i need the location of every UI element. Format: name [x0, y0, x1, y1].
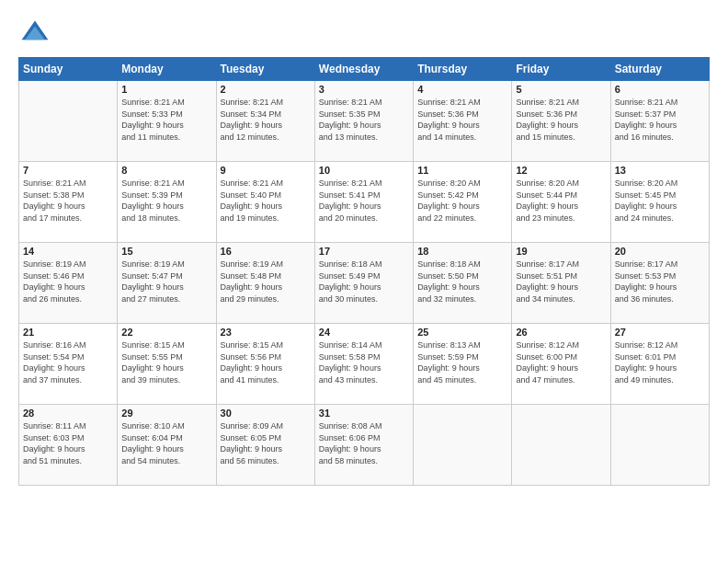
day-info: Sunrise: 8:21 AMSunset: 5:41 PMDaylight:…	[319, 178, 409, 224]
day-info: Sunrise: 8:21 AMSunset: 5:33 PMDaylight:…	[121, 97, 211, 143]
week-row-4: 21Sunrise: 8:16 AMSunset: 5:54 PMDayligh…	[19, 324, 710, 405]
calendar-table: SundayMondayTuesdayWednesdayThursdayFrid…	[18, 57, 710, 486]
day-info: Sunrise: 8:20 AMSunset: 5:45 PMDaylight:…	[615, 178, 705, 224]
day-number: 5	[516, 84, 606, 95]
day-info: Sunrise: 8:19 AMSunset: 5:48 PMDaylight:…	[221, 259, 311, 304]
day-info: Sunrise: 8:21 AMSunset: 5:38 PMDaylight:…	[23, 178, 113, 224]
week-row-1: 1Sunrise: 8:21 AMSunset: 5:33 PMDaylight…	[19, 81, 710, 162]
week-row-5: 28Sunrise: 8:11 AMSunset: 6:03 PMDayligh…	[19, 405, 710, 486]
day-info: Sunrise: 8:18 AMSunset: 5:49 PMDaylight:…	[319, 259, 409, 304]
day-info: Sunrise: 8:10 AMSunset: 6:04 PMDaylight:…	[121, 420, 211, 466]
day-number: 28	[23, 408, 113, 419]
col-header-sunday: Sunday	[19, 58, 118, 81]
calendar-cell: 3Sunrise: 8:21 AMSunset: 5:35 PMDaylight…	[314, 81, 413, 162]
day-number: 30	[221, 408, 311, 419]
day-number: 10	[319, 165, 409, 176]
day-number: 19	[516, 246, 606, 257]
col-header-tuesday: Tuesday	[216, 58, 314, 81]
calendar-cell: 29Sunrise: 8:10 AMSunset: 6:04 PMDayligh…	[118, 405, 216, 486]
calendar-cell: 22Sunrise: 8:15 AMSunset: 5:55 PMDayligh…	[118, 324, 216, 405]
day-number: 18	[417, 246, 507, 257]
day-number: 25	[417, 327, 507, 338]
calendar-cell: 12Sunrise: 8:20 AMSunset: 5:44 PMDayligh…	[512, 162, 610, 243]
day-info: Sunrise: 8:17 AMSunset: 5:53 PMDaylight:…	[615, 259, 705, 304]
day-info: Sunrise: 8:12 AMSunset: 6:01 PMDaylight:…	[615, 339, 705, 385]
day-info: Sunrise: 8:21 AMSunset: 5:36 PMDaylight:…	[516, 97, 606, 143]
col-header-saturday: Saturday	[610, 58, 709, 81]
calendar-cell	[414, 405, 512, 486]
week-row-2: 7Sunrise: 8:21 AMSunset: 5:38 PMDaylight…	[19, 162, 710, 243]
day-info: Sunrise: 8:21 AMSunset: 5:34 PMDaylight:…	[221, 97, 311, 143]
day-info: Sunrise: 8:15 AMSunset: 5:56 PMDaylight:…	[221, 339, 311, 385]
day-number: 13	[615, 165, 705, 176]
day-info: Sunrise: 8:19 AMSunset: 5:47 PMDaylight:…	[121, 259, 211, 304]
day-info: Sunrise: 8:15 AMSunset: 5:55 PMDaylight:…	[121, 339, 211, 385]
day-number: 11	[417, 165, 507, 176]
calendar-cell: 6Sunrise: 8:21 AMSunset: 5:37 PMDaylight…	[610, 81, 709, 162]
day-number: 1	[121, 84, 211, 95]
day-number: 4	[417, 84, 507, 95]
calendar-cell: 17Sunrise: 8:18 AMSunset: 5:49 PMDayligh…	[314, 243, 413, 324]
day-info: Sunrise: 8:20 AMSunset: 5:42 PMDaylight:…	[417, 178, 507, 224]
day-info: Sunrise: 8:09 AMSunset: 6:05 PMDaylight:…	[221, 420, 311, 466]
day-info: Sunrise: 8:18 AMSunset: 5:50 PMDaylight:…	[417, 259, 507, 304]
calendar-cell	[19, 81, 118, 162]
calendar-cell: 20Sunrise: 8:17 AMSunset: 5:53 PMDayligh…	[610, 243, 709, 324]
day-info: Sunrise: 8:21 AMSunset: 5:37 PMDaylight:…	[615, 97, 705, 143]
day-number: 7	[23, 165, 113, 176]
day-number: 23	[221, 327, 311, 338]
calendar-cell	[610, 405, 709, 486]
calendar-cell: 5Sunrise: 8:21 AMSunset: 5:36 PMDaylight…	[512, 81, 610, 162]
calendar-cell: 30Sunrise: 8:09 AMSunset: 6:05 PMDayligh…	[216, 405, 314, 486]
calendar-cell: 4Sunrise: 8:21 AMSunset: 5:36 PMDaylight…	[414, 81, 512, 162]
calendar-cell: 28Sunrise: 8:11 AMSunset: 6:03 PMDayligh…	[19, 405, 118, 486]
day-number: 2	[221, 84, 311, 95]
calendar-cell: 21Sunrise: 8:16 AMSunset: 5:54 PMDayligh…	[19, 324, 118, 405]
header	[18, 17, 710, 50]
calendar-cell: 8Sunrise: 8:21 AMSunset: 5:39 PMDaylight…	[118, 162, 216, 243]
day-info: Sunrise: 8:13 AMSunset: 5:59 PMDaylight:…	[417, 339, 507, 385]
day-info: Sunrise: 8:16 AMSunset: 5:54 PMDaylight:…	[23, 339, 113, 385]
header-row: SundayMondayTuesdayWednesdayThursdayFrid…	[19, 58, 710, 81]
calendar-cell: 18Sunrise: 8:18 AMSunset: 5:50 PMDayligh…	[414, 243, 512, 324]
col-header-wednesday: Wednesday	[314, 58, 413, 81]
day-number: 14	[23, 246, 113, 257]
day-info: Sunrise: 8:21 AMSunset: 5:40 PMDaylight:…	[221, 178, 311, 224]
day-number: 3	[319, 84, 409, 95]
calendar-cell: 2Sunrise: 8:21 AMSunset: 5:34 PMDaylight…	[216, 81, 314, 162]
day-info: Sunrise: 8:19 AMSunset: 5:46 PMDaylight:…	[23, 259, 113, 304]
calendar-cell: 23Sunrise: 8:15 AMSunset: 5:56 PMDayligh…	[216, 324, 314, 405]
col-header-thursday: Thursday	[414, 58, 512, 81]
col-header-friday: Friday	[512, 58, 610, 81]
calendar-cell: 10Sunrise: 8:21 AMSunset: 5:41 PMDayligh…	[314, 162, 413, 243]
calendar-cell: 16Sunrise: 8:19 AMSunset: 5:48 PMDayligh…	[216, 243, 314, 324]
calendar-cell: 11Sunrise: 8:20 AMSunset: 5:42 PMDayligh…	[414, 162, 512, 243]
day-number: 15	[121, 246, 211, 257]
logo-icon	[18, 17, 51, 50]
day-number: 12	[516, 165, 606, 176]
page: SundayMondayTuesdayWednesdayThursdayFrid…	[0, 0, 728, 563]
calendar-cell	[512, 405, 610, 486]
calendar-cell: 25Sunrise: 8:13 AMSunset: 5:59 PMDayligh…	[414, 324, 512, 405]
day-number: 24	[319, 327, 409, 338]
calendar-cell: 14Sunrise: 8:19 AMSunset: 5:46 PMDayligh…	[19, 243, 118, 324]
day-number: 26	[516, 327, 606, 338]
calendar-cell: 24Sunrise: 8:14 AMSunset: 5:58 PMDayligh…	[314, 324, 413, 405]
day-number: 8	[121, 165, 211, 176]
calendar-cell: 26Sunrise: 8:12 AMSunset: 6:00 PMDayligh…	[512, 324, 610, 405]
calendar-cell: 27Sunrise: 8:12 AMSunset: 6:01 PMDayligh…	[610, 324, 709, 405]
day-number: 21	[23, 327, 113, 338]
week-row-3: 14Sunrise: 8:19 AMSunset: 5:46 PMDayligh…	[19, 243, 710, 324]
calendar-cell: 1Sunrise: 8:21 AMSunset: 5:33 PMDaylight…	[118, 81, 216, 162]
day-info: Sunrise: 8:08 AMSunset: 6:06 PMDaylight:…	[319, 420, 409, 466]
day-number: 22	[121, 327, 211, 338]
day-number: 17	[319, 246, 409, 257]
day-number: 31	[319, 408, 409, 419]
day-info: Sunrise: 8:20 AMSunset: 5:44 PMDaylight:…	[516, 178, 606, 224]
day-info: Sunrise: 8:12 AMSunset: 6:00 PMDaylight:…	[516, 339, 606, 385]
calendar-cell: 13Sunrise: 8:20 AMSunset: 5:45 PMDayligh…	[610, 162, 709, 243]
day-info: Sunrise: 8:21 AMSunset: 5:39 PMDaylight:…	[121, 178, 211, 224]
day-info: Sunrise: 8:21 AMSunset: 5:36 PMDaylight:…	[417, 97, 507, 143]
day-info: Sunrise: 8:21 AMSunset: 5:35 PMDaylight:…	[319, 97, 409, 143]
day-number: 27	[615, 327, 705, 338]
